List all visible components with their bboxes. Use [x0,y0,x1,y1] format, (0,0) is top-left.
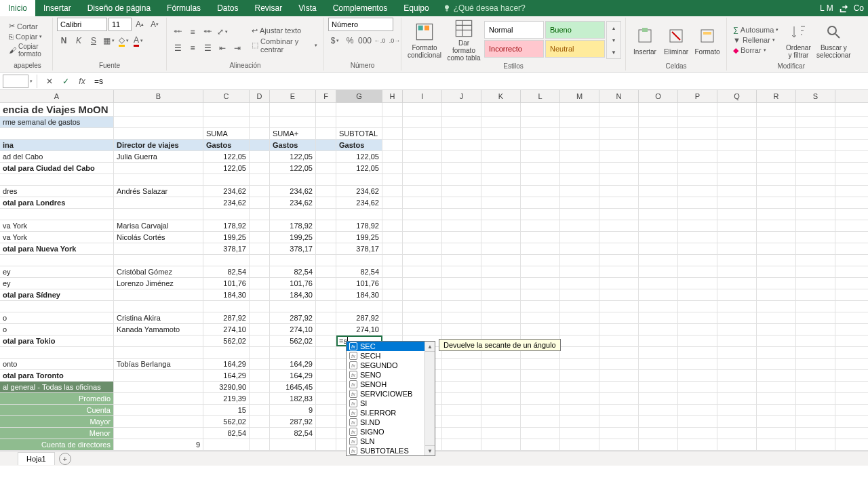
cell-e-21[interactable]: 182,83 [270,393,316,404]
cell-a-8[interactable]: otal para Nueva York [0,243,114,254]
cell-b-15[interactable]: Kanada Yamamoto [114,324,203,335]
column-header-A[interactable]: A [0,90,114,102]
font-name-select[interactable] [57,18,107,31]
cell-a-19[interactable]: otal para Toronto [0,370,114,381]
autocomplete-item-si.error[interactable]: fxSI.ERROR [347,408,435,418]
bold-button[interactable]: N [57,34,71,47]
cell-a-3[interactable]: dres [0,186,114,197]
increase-decimal-icon[interactable]: ←.0 [373,34,387,47]
enter-formula-button[interactable]: ✓ [58,73,74,89]
cell-a-20[interactable]: al general - Todas las oficinas [0,382,114,392]
cell-a-7[interactable]: va York [0,232,114,243]
fx-icon[interactable]: fx [74,73,90,89]
hdr-suma[interactable]: SUMA [203,128,250,139]
hdr-oficina[interactable]: ina [0,140,114,150]
autocomplete-item-sech[interactable]: fxSECH [347,351,435,361]
align-top-icon[interactable]: ⬴ [171,25,184,39]
cell-b-10[interactable]: Cristóbal Gómez [114,266,203,277]
cell-a-6[interactable]: va York [0,220,114,231]
cell-g-3[interactable]: 234,62 [336,186,382,197]
column-header-G[interactable]: G [336,90,382,102]
tell-me-search[interactable]: ¿Qué desea hacer? [437,0,526,16]
tab-insertar[interactable]: Insertar [35,0,79,16]
italic-button[interactable]: K [72,34,85,47]
cell-e-16[interactable]: 562,02 [270,336,316,346]
tab-vista[interactable]: Vista [290,0,324,16]
format-cells-button[interactable]: Formato [692,18,722,62]
cell-a-4[interactable]: otal para Londres [0,197,114,208]
column-header-O[interactable]: O [639,90,678,102]
increase-indent-icon[interactable]: ⇥ [231,41,244,55]
cell-b-18[interactable]: Tobías Berlanga [114,359,203,369]
accounting-format-icon[interactable]: $ [328,34,342,47]
column-header-M[interactable]: M [560,90,599,102]
add-sheet-button[interactable]: + [59,453,71,465]
cell-e-6[interactable]: 178,92 [270,220,316,231]
autocomplete-item-signo[interactable]: fxSIGNO [347,427,435,436]
column-header-C[interactable]: C [203,90,250,102]
cell-g-12[interactable]: 184,30 [336,289,382,300]
merge-center-button[interactable]: ⬚Combinar y centrar ▾ [250,37,319,54]
column-header-B[interactable]: B [114,90,203,102]
cell-c-15[interactable]: 274,10 [203,324,250,335]
hdr-sumaplus[interactable]: SUMA+ [270,128,316,139]
column-header-I[interactable]: I [403,90,442,102]
copiar-button[interactable]: ⎘Copiar ▾ [7,32,48,41]
orientation-icon[interactable]: ⤢ [216,25,229,39]
autocomplete-item-si[interactable]: fxSI [347,399,435,408]
cell-g-14[interactable]: 287,92 [336,312,382,323]
cell-e-12[interactable]: 184,30 [270,289,316,300]
cancel-formula-button[interactable]: ✕ [41,73,58,89]
autosuma-button[interactable]: ∑Autosuma ▾ [731,25,781,35]
cell-e-8[interactable]: 378,17 [270,243,316,254]
autocomplete-item-seno[interactable]: fxSENO [347,370,435,380]
hdr-gastos-g[interactable]: Gastos [336,140,382,150]
cell-e-10[interactable]: 82,54 [270,266,316,277]
cell-c-4[interactable]: 234,62 [203,197,250,208]
tab-datos[interactable]: Datos [209,0,246,16]
autocomplete-item-si.nd[interactable]: fxSI.ND [347,418,435,427]
cell-c-19[interactable]: 164,29 [203,370,250,381]
cell-c-20[interactable]: 3290,90 [203,382,250,392]
style-neutral[interactable]: Neutral [545,40,605,58]
column-header-D[interactable]: D [250,90,270,102]
cell-e-0[interactable]: 122,05 [270,151,316,162]
cell-c-21[interactable]: 219,39 [203,393,250,404]
scroll-up-icon[interactable]: ▲ [425,342,435,352]
cell-e-7[interactable]: 199,25 [270,232,316,243]
cell-g-1[interactable]: 122,05 [336,163,382,174]
hdr-director[interactable]: Director de viajes [114,140,203,150]
autocomplete-item-servicioweb[interactable]: fxSERVICIOWEB [347,389,435,399]
rellenar-button[interactable]: ▼Rellenar ▾ [731,35,781,45]
cell-c-16[interactable]: 562,02 [203,336,250,346]
cell-c-12[interactable]: 184,30 [203,289,250,300]
decrease-indent-icon[interactable]: ⇤ [216,41,229,55]
cell-e-3[interactable]: 234,62 [270,186,316,197]
cell-c-8[interactable]: 378,17 [203,243,250,254]
cell-e-4[interactable]: 234,62 [270,197,316,208]
column-header-Q[interactable]: Q [717,90,757,102]
share-icon[interactable] [839,3,848,13]
name-box-drop-icon[interactable]: ▾ [30,79,33,84]
autocomplete-item-subtotales[interactable]: fxSUBTOTALES [347,446,435,455]
scroll-down-icon[interactable]: ▼ [425,445,435,455]
font-color-button[interactable]: A [132,34,145,47]
delete-cells-button[interactable]: Eliminar [661,18,691,62]
autocomplete-item-sln[interactable]: fxSLN [347,436,435,446]
cell-a-0[interactable]: ad del Cabo [0,151,114,162]
cell-a-21[interactable]: Promedio [0,393,114,404]
cell-e-15[interactable]: 274,10 [270,324,316,335]
cell-a-1[interactable]: otal para Ciudad del Cabo [0,163,114,174]
name-box[interactable] [3,75,28,88]
cell-c-3[interactable]: 234,62 [203,186,250,197]
cell-a-15[interactable]: o [0,324,114,335]
format-as-table-button[interactable]: Dar formato como tabla [445,18,483,62]
column-header-H[interactable]: H [382,90,403,102]
cell-b-6[interactable]: Marisa Carvajal [114,220,203,231]
cell-c-1[interactable]: 122,05 [203,163,250,174]
cell-g-8[interactable]: 378,17 [336,243,382,254]
hdr-subtotal[interactable]: SUBTOTAL [336,128,382,139]
formula-input[interactable] [90,75,868,88]
font-size-select[interactable] [108,18,132,31]
cell-a-24[interactable]: Menor [0,428,114,439]
